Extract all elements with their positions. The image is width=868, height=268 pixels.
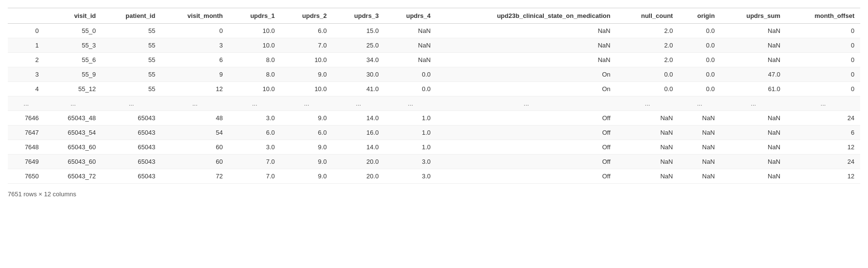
cell-index: 7649 [8, 155, 45, 169]
cell-updrs_1: 8.0 [229, 67, 281, 82]
cell-visit_id: 65043_60 [45, 155, 102, 169]
cell-upd23b: Off [437, 155, 616, 169]
cell-origin: NaN [679, 169, 720, 184]
cell-patient_id: 65043 [102, 126, 161, 140]
cell-visit_id: 65043_60 [45, 140, 102, 155]
cell-updrs_3: 14.0 [332, 111, 384, 126]
cell-null_count: 2.0 [616, 38, 679, 53]
cell-updrs_1: 10.0 [229, 82, 281, 96]
cell-month_offset: ... [786, 96, 860, 111]
cell-updrs_3: 20.0 [332, 155, 384, 169]
table-row: 055_055010.06.015.0NaNNaN2.00.0NaN0 [8, 24, 860, 38]
cell-origin: 0.0 [679, 53, 720, 67]
cell-patient_id: 55 [102, 24, 161, 38]
cell-updrs_2: 9.0 [281, 140, 332, 155]
cell-index: 7648 [8, 140, 45, 155]
cell-origin: 0.0 [679, 82, 720, 96]
cell-origin: NaN [679, 155, 720, 169]
cell-visit_month: 54 [161, 126, 228, 140]
cell-index: 4 [8, 82, 45, 96]
cell-visit_id: 65043_54 [45, 126, 102, 140]
cell-origin: NaN [679, 140, 720, 155]
cell-index: 2 [8, 53, 45, 67]
cell-month_offset: 0 [786, 67, 860, 82]
cell-updrs_4: 1.0 [384, 140, 436, 155]
cell-updrs_4: ... [384, 96, 436, 111]
cell-index: 3 [8, 67, 45, 82]
table-row: 764965043_6065043607.09.020.03.0OffNaNNa… [8, 155, 860, 169]
col-header-updrs1: updrs_1 [229, 8, 281, 24]
cell-month_offset: 12 [786, 169, 860, 184]
cell-updrs_4: 3.0 [384, 169, 436, 184]
cell-updrs_4: 1.0 [384, 111, 436, 126]
cell-null_count: NaN [616, 126, 679, 140]
cell-updrs_2: 7.0 [281, 38, 332, 53]
cell-updrs_4: 0.0 [384, 82, 436, 96]
cell-month_offset: 0 [786, 24, 860, 38]
cell-month_offset: 0 [786, 82, 860, 96]
cell-visit_month: 48 [161, 111, 228, 126]
col-header-updrs2: updrs_2 [281, 8, 332, 24]
cell-patient_id: 65043 [102, 111, 161, 126]
col-header-patient-id: patient_id [102, 8, 161, 24]
cell-visit_id: 55_0 [45, 24, 102, 38]
cell-null_count: 0.0 [616, 82, 679, 96]
cell-visit_month: ... [161, 96, 228, 111]
cell-updrs_4: NaN [384, 53, 436, 67]
cell-visit_id: ... [45, 96, 102, 111]
cell-updrs_1: 3.0 [229, 140, 281, 155]
cell-updrs_2: 6.0 [281, 126, 332, 140]
cell-updrs_2: 6.0 [281, 24, 332, 38]
cell-null_count: 0.0 [616, 67, 679, 82]
cell-updrs_sum: NaN [721, 169, 786, 184]
cell-updrs_1: 8.0 [229, 53, 281, 67]
cell-month_offset: 12 [786, 140, 860, 155]
cell-updrs_2: 9.0 [281, 155, 332, 169]
cell-updrs_sum: NaN [721, 38, 786, 53]
table-row: 764765043_5465043546.06.016.01.0OffNaNNa… [8, 126, 860, 140]
cell-month_offset: 24 [786, 155, 860, 169]
cell-patient_id: ... [102, 96, 161, 111]
cell-updrs_4: 3.0 [384, 155, 436, 169]
cell-updrs_sum: NaN [721, 155, 786, 169]
cell-visit_id: 65043_72 [45, 169, 102, 184]
col-header-month-offset: month_offset [786, 8, 860, 24]
cell-origin: 0.0 [679, 67, 720, 82]
cell-month_offset: 6 [786, 126, 860, 140]
cell-updrs_3: ... [332, 96, 384, 111]
cell-visit_id: 55_9 [45, 67, 102, 82]
cell-patient_id: 65043 [102, 140, 161, 155]
cell-updrs_4: 0.0 [384, 67, 436, 82]
cell-null_count: ... [616, 96, 679, 111]
cell-updrs_sum: NaN [721, 111, 786, 126]
cell-visit_id: 55_6 [45, 53, 102, 67]
cell-upd23b: NaN [437, 53, 616, 67]
col-header-visit-month: visit_month [161, 8, 228, 24]
cell-updrs_sum: NaN [721, 140, 786, 155]
cell-updrs_1: 7.0 [229, 155, 281, 169]
cell-updrs_sum: NaN [721, 53, 786, 67]
cell-null_count: NaN [616, 155, 679, 169]
cell-visit_id: 55_3 [45, 38, 102, 53]
table-row: 355_95598.09.030.00.0On0.00.047.00 [8, 67, 860, 82]
cell-patient_id: 55 [102, 53, 161, 67]
cell-updrs_2: 9.0 [281, 111, 332, 126]
cell-origin: NaN [679, 111, 720, 126]
cell-updrs_sum: NaN [721, 24, 786, 38]
cell-upd23b: NaN [437, 38, 616, 53]
cell-origin: NaN [679, 126, 720, 140]
table-row: 255_65568.010.034.0NaNNaN2.00.0NaN0 [8, 53, 860, 67]
header-row: visit_id patient_id visit_month updrs_1 … [8, 8, 860, 24]
dataframe-container: visit_id patient_id visit_month updrs_1 … [8, 8, 860, 184]
cell-null_count: 2.0 [616, 53, 679, 67]
cell-updrs_3: 34.0 [332, 53, 384, 67]
cell-month_offset: 0 [786, 53, 860, 67]
cell-updrs_sum: 47.0 [721, 67, 786, 82]
cell-origin: ... [679, 96, 720, 111]
cell-null_count: NaN [616, 111, 679, 126]
cell-upd23b: On [437, 82, 616, 96]
cell-upd23b: Off [437, 140, 616, 155]
col-header-updrs-sum: updrs_sum [721, 8, 786, 24]
cell-updrs_4: NaN [384, 24, 436, 38]
cell-index: 7650 [8, 169, 45, 184]
